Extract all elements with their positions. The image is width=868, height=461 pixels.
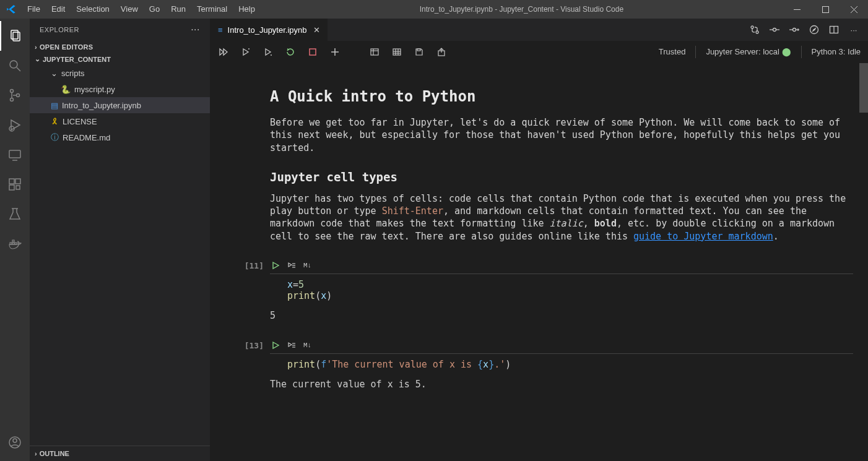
svg-rect-18 <box>16 186 20 189</box>
git-compare-icon[interactable] <box>749 24 760 35</box>
svg-rect-13 <box>9 150 20 158</box>
run-debug-icon[interactable] <box>0 110 30 140</box>
code-cell[interactable]: [11] M↓ x=5 print(x) 5 <box>235 259 853 322</box>
restart-kernel-icon[interactable] <box>285 46 296 58</box>
code-editor[interactable]: x=5 print(x) <box>270 274 853 306</box>
kernel-label[interactable]: Python 3: Idle <box>812 47 861 56</box>
editor-tab-active[interactable]: ≡ Intro_to_Jupyter.ipynb ✕ <box>210 19 328 41</box>
inline-code: Shift-Enter <box>382 205 443 217</box>
maximize-button[interactable] <box>811 0 840 19</box>
open-editors-label: OPEN EDITORS <box>40 43 93 51</box>
scrollbar-thumb[interactable] <box>859 63 868 113</box>
svg-marker-63 <box>273 342 279 348</box>
save-icon[interactable] <box>414 46 425 58</box>
test-icon[interactable] <box>0 199 30 229</box>
separator <box>695 46 696 58</box>
close-button[interactable] <box>840 0 868 19</box>
commit-branch-icon[interactable] <box>789 24 800 35</box>
explorer-more-icon[interactable]: ··· <box>191 24 200 35</box>
execution-count: [13] <box>235 338 270 391</box>
run-below-icon[interactable] <box>263 46 274 58</box>
file-myscript[interactable]: 🐍 myscript.py <box>30 81 210 97</box>
chevron-down-icon: ⌄ <box>51 69 58 78</box>
file-intro-notebook[interactable]: ▤ Intro_to_Jupyter.ipynb <box>30 97 210 113</box>
svg-rect-1 <box>822 6 828 12</box>
heading-2: Jupyter cell types <box>270 170 848 184</box>
menu-edit[interactable]: Edit <box>46 0 71 19</box>
workspace-folder-header[interactable]: ⌄ JUPYTER_CONTENT <box>30 53 210 65</box>
split-editor-icon[interactable] <box>828 24 840 35</box>
notebook-file-icon: ▤ <box>51 101 58 110</box>
markdown-cell[interactable]: A Quick intro to Python Before we get to… <box>270 88 848 243</box>
file-readme[interactable]: ⓘ README.md <box>30 129 210 145</box>
menu-help[interactable]: Help <box>233 0 261 19</box>
add-cell-icon[interactable] <box>329 46 341 58</box>
explorer-icon[interactable] <box>0 21 30 51</box>
outline-section[interactable]: › OUTLINE <box>30 446 210 461</box>
menu-view[interactable]: View <box>115 0 144 19</box>
cell-type-label[interactable]: M↓ <box>303 342 311 349</box>
svg-point-8 <box>11 90 14 93</box>
svg-marker-64 <box>289 343 292 347</box>
minimize-button[interactable] <box>783 0 811 19</box>
code-cell[interactable]: [13] M↓ print(f'The current value of x i… <box>235 338 853 391</box>
explorer-title: EXPLORER <box>40 26 79 33</box>
extensions-icon[interactable] <box>0 170 30 199</box>
outline-label: OUTLINE <box>40 450 69 457</box>
notebook-body[interactable]: A Quick intro to Python Before we get to… <box>210 63 868 461</box>
run-all-icon[interactable] <box>218 46 229 58</box>
menu-run[interactable]: Run <box>165 0 191 19</box>
execution-count: [11] <box>235 259 270 322</box>
italic-text: italic <box>550 218 583 229</box>
main-menu: File Edit Selection View Go Run Terminal… <box>22 0 261 19</box>
search-icon[interactable] <box>0 51 30 80</box>
interrupt-kernel-icon[interactable] <box>307 46 318 58</box>
run-cell-icon[interactable] <box>271 261 280 270</box>
svg-marker-39 <box>220 49 224 55</box>
folder-scripts[interactable]: ⌄ scripts <box>30 65 210 81</box>
markdown-guide-link[interactable]: guide to Jupyter markdown <box>633 231 773 242</box>
jupyter-server-label[interactable]: Jupyter Server: local ⬤ <box>706 47 791 56</box>
close-tab-icon[interactable]: ✕ <box>312 25 321 35</box>
accounts-icon[interactable] <box>0 428 30 457</box>
file-label: myscript.py <box>74 85 115 94</box>
more-actions-icon[interactable]: ··· <box>848 24 859 35</box>
remote-icon[interactable] <box>0 140 30 170</box>
file-license[interactable]: 🎗 LICENSE <box>30 113 210 129</box>
vscode-logo-icon <box>0 4 22 15</box>
separator <box>801 46 802 58</box>
menu-file[interactable]: File <box>22 0 46 19</box>
cell-type-label[interactable]: M↓ <box>303 262 311 269</box>
variables-icon[interactable] <box>369 46 380 58</box>
open-editors-section[interactable]: › OPEN EDITORS <box>30 41 210 53</box>
svg-rect-15 <box>9 179 14 184</box>
svg-rect-56 <box>417 49 420 51</box>
svg-point-9 <box>11 98 14 101</box>
trusted-label[interactable]: Trusted <box>659 47 686 56</box>
export-icon[interactable] <box>436 46 447 58</box>
run-by-line-icon[interactable] <box>287 261 296 270</box>
editor-tabs: ≡ Intro_to_Jupyter.ipynb ✕ ··· <box>210 19 868 41</box>
commit-icon[interactable] <box>769 24 780 35</box>
compass-icon[interactable] <box>809 24 820 35</box>
dataviewer-icon[interactable] <box>391 46 402 58</box>
run-by-line-icon[interactable] <box>287 341 296 350</box>
chevron-down-icon: ⌄ <box>35 55 40 63</box>
license-file-icon: 🎗 <box>51 117 59 126</box>
editor-area: ≡ Intro_to_Jupyter.ipynb ✕ ··· <box>210 19 868 461</box>
bold-text: bold <box>594 218 617 229</box>
menu-go[interactable]: Go <box>144 0 165 19</box>
svg-marker-11 <box>11 120 20 130</box>
svg-point-25 <box>13 439 17 442</box>
run-cell-icon[interactable] <box>271 341 280 350</box>
activity-bar <box>0 19 30 461</box>
docker-icon[interactable] <box>0 229 30 259</box>
menu-selection[interactable]: Selection <box>71 0 115 19</box>
code-editor[interactable]: print(f'The current value of x is {x}.') <box>270 353 853 375</box>
run-above-icon[interactable] <box>240 46 251 58</box>
cell-output: The current value of x is 5. <box>270 375 853 391</box>
python-file-icon: 🐍 <box>61 85 71 94</box>
source-control-icon[interactable] <box>0 80 30 110</box>
menu-terminal[interactable]: Terminal <box>191 0 233 19</box>
editor-tab-actions: ··· <box>749 19 868 41</box>
